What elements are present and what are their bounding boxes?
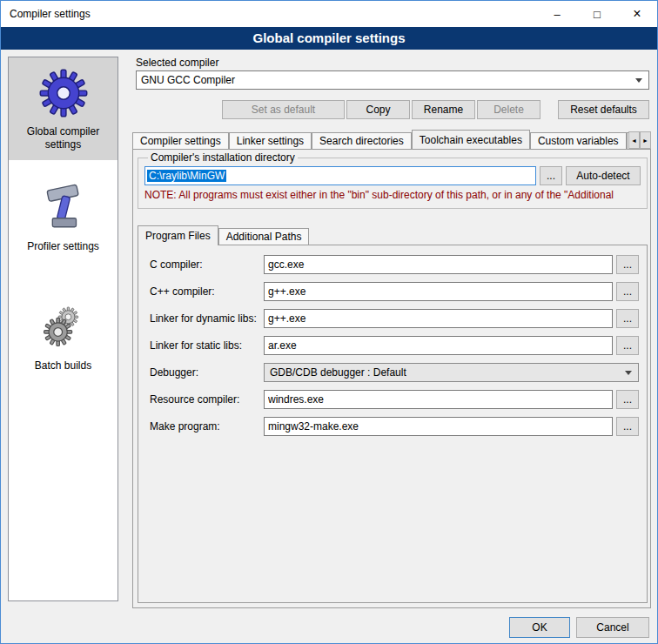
sidebar-item-label: Global compiler settings xyxy=(10,125,116,151)
sidebar-item-batch-builds[interactable]: Batch builds xyxy=(9,292,118,381)
program-files-panel: C compiler: ... C++ compiler: ... Linker… xyxy=(138,245,648,603)
gear-icon xyxy=(38,68,89,118)
dialog-body: Global compiler settings Profiler settin… xyxy=(1,50,657,643)
main-panel: Selected compiler GNU GCC Compiler Set a… xyxy=(132,57,651,622)
tab-scroll-right-button[interactable]: ► xyxy=(640,131,651,149)
resource-compiler-label: Resource compiler: xyxy=(150,390,239,409)
sidebar: Global compiler settings Profiler settin… xyxy=(8,57,118,601)
window-controls: – □ × xyxy=(537,1,657,27)
selected-compiler-label: Selected compiler xyxy=(136,57,218,69)
install-dir-note: NOTE: All programs must exist either in … xyxy=(144,189,641,201)
maximize-icon: □ xyxy=(594,8,601,21)
selected-compiler-value: GNU GCC Compiler xyxy=(141,74,235,86)
static-linker-input[interactable] xyxy=(264,336,613,355)
resource-compiler-browse-button[interactable]: ... xyxy=(616,390,639,409)
compiler-settings-window: Compiler settings – □ × Global compiler … xyxy=(0,0,658,644)
window-title: Compiler settings xyxy=(1,8,91,20)
static-linker-label: Linker for static libs: xyxy=(150,336,242,355)
cpp-compiler-browse-button[interactable]: ... xyxy=(616,282,639,301)
resource-compiler-input[interactable] xyxy=(264,390,613,409)
set-as-default-button: Set as default xyxy=(222,100,345,119)
inner-tab-bar: Program Files Additional Paths xyxy=(138,225,309,245)
dynamic-linker-label: Linker for dynamic libs: xyxy=(150,309,257,328)
field-row: Make program: ... xyxy=(138,417,647,436)
sidebar-item-profiler-settings[interactable]: Profiler settings xyxy=(9,172,118,262)
chevron-down-icon xyxy=(635,78,642,83)
page-title: Global compiler settings xyxy=(1,27,657,50)
tab-compiler-settings[interactable]: Compiler settings xyxy=(132,132,229,149)
debugger-label: Debugger: xyxy=(150,363,198,382)
tab-search-directories[interactable]: Search directories xyxy=(312,132,412,149)
field-row: Linker for static libs: ... xyxy=(138,336,647,355)
tab-additional-paths[interactable]: Additional Paths xyxy=(218,228,310,245)
chevron-down-icon xyxy=(625,371,632,375)
sidebar-item-global-compiler-settings[interactable]: Global compiler settings xyxy=(9,57,118,160)
reset-defaults-button[interactable]: Reset defaults xyxy=(558,100,649,119)
install-dir-value: C:\raylib\MinGW xyxy=(147,170,226,182)
gray-gears-icon xyxy=(38,302,89,352)
dialog-footer: OK Cancel xyxy=(509,617,649,638)
make-program-browse-button[interactable]: ... xyxy=(616,417,639,436)
cpp-compiler-input[interactable] xyxy=(264,282,613,301)
c-compiler-browse-button[interactable]: ... xyxy=(616,255,639,274)
auto-detect-button[interactable]: Auto-detect xyxy=(566,166,641,185)
tab-toolchain-executables[interactable]: Toolchain executables xyxy=(412,130,530,149)
ok-button[interactable]: OK xyxy=(509,617,570,638)
dynamic-linker-input[interactable] xyxy=(264,309,613,328)
field-row: C compiler: ... xyxy=(138,255,647,274)
static-linker-browse-button[interactable]: ... xyxy=(616,336,639,355)
install-dir-input[interactable]: C:\raylib\MinGW xyxy=(144,166,536,185)
copy-button[interactable]: Copy xyxy=(346,100,410,119)
maximize-button[interactable]: □ xyxy=(577,1,617,27)
profiler-tool-icon xyxy=(38,183,89,233)
compiler-tab-bar: Compiler settings Linker settings Search… xyxy=(132,130,628,149)
minimize-button[interactable]: – xyxy=(537,1,577,27)
make-program-label: Make program: xyxy=(150,417,220,436)
tab-scroll-buttons: ◄ ► xyxy=(628,131,651,149)
sidebar-item-label: Batch builds xyxy=(35,359,91,372)
dynamic-linker-browse-button[interactable]: ... xyxy=(616,309,639,328)
close-icon: × xyxy=(633,6,641,22)
field-row: Linker for dynamic libs: ... xyxy=(138,309,647,328)
toolchain-tab-panel: Compiler's installation directory C:\ray… xyxy=(132,149,651,608)
c-compiler-input[interactable] xyxy=(264,255,613,274)
tab-program-files[interactable]: Program Files xyxy=(138,225,218,245)
field-row: C++ compiler: ... xyxy=(138,282,647,301)
tab-linker-settings[interactable]: Linker settings xyxy=(229,132,312,149)
cpp-compiler-label: C++ compiler: xyxy=(150,282,215,301)
debugger-select-value: GDB/CDB debugger : Default xyxy=(270,366,406,379)
cancel-button[interactable]: Cancel xyxy=(576,617,649,638)
install-dir-row: C:\raylib\MinGW ... Auto-detect xyxy=(144,166,641,185)
delete-button: Delete xyxy=(477,100,540,119)
rename-button[interactable]: Rename xyxy=(412,100,475,119)
install-dir-group: Compiler's installation directory C:\ray… xyxy=(138,151,648,209)
install-dir-browse-button[interactable]: ... xyxy=(540,166,562,185)
c-compiler-label: C compiler: xyxy=(150,255,203,274)
selected-compiler-dropdown[interactable]: GNU GCC Compiler xyxy=(136,70,649,90)
field-row: Debugger: GDB/CDB debugger : Default xyxy=(138,363,647,382)
make-program-input[interactable] xyxy=(264,417,613,436)
close-button[interactable]: × xyxy=(617,1,657,27)
debugger-select[interactable]: GDB/CDB debugger : Default xyxy=(264,363,639,382)
sidebar-item-label: Profiler settings xyxy=(27,240,99,253)
tab-scroll-left-button[interactable]: ◄ xyxy=(628,131,640,149)
field-row: Resource compiler: ... xyxy=(138,390,647,409)
install-dir-group-label: Compiler's installation directory xyxy=(148,151,298,164)
tab-custom-variables[interactable]: Custom variables xyxy=(530,132,627,149)
minimize-icon: – xyxy=(554,8,560,21)
titlebar: Compiler settings – □ × xyxy=(1,1,657,27)
